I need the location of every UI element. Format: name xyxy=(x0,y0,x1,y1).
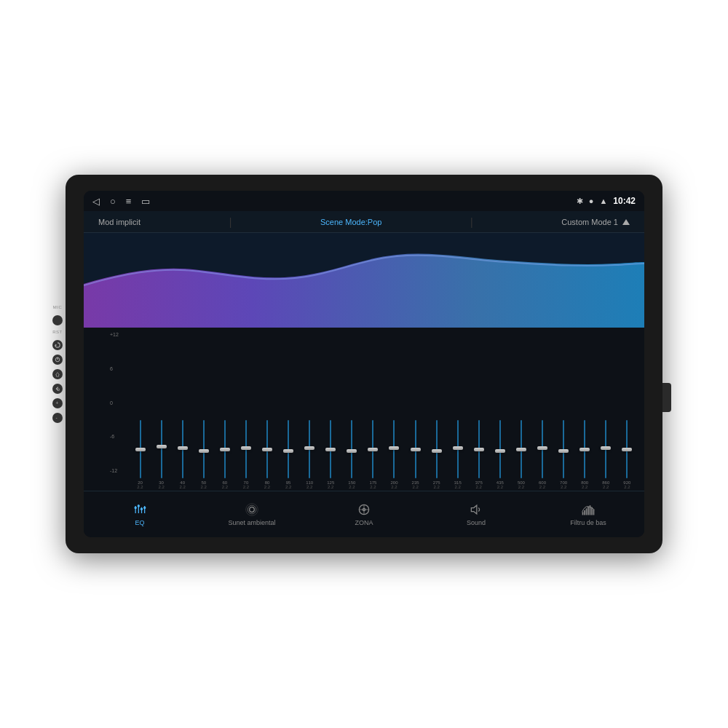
eq-band-800[interactable]: 8002.2 xyxy=(575,420,595,489)
eq-band-50[interactable]: 502.2 xyxy=(194,420,213,489)
back-side-button[interactable] xyxy=(52,384,63,394)
slider-handle-150[interactable] xyxy=(347,449,357,453)
vol-up-button[interactable]: + xyxy=(52,398,63,408)
slider-handle-175[interactable] xyxy=(368,448,378,451)
mode-bar: Mod implicit | Scene Mode:Pop | Custom M… xyxy=(84,211,644,233)
slider-handle-800[interactable] xyxy=(579,448,590,451)
slider-handle-315[interactable] xyxy=(453,446,463,450)
slider-handle-235[interactable] xyxy=(411,448,421,451)
eq-band-700[interactable]: 7002.2 xyxy=(554,420,574,489)
slider-handle-500[interactable] xyxy=(516,448,526,451)
vol-down-button[interactable]: - xyxy=(52,413,63,423)
svg-point-11 xyxy=(138,505,140,507)
band-q-label-110: 2.2 xyxy=(306,485,312,489)
mic-label: MIC xyxy=(53,305,63,309)
band-q-label-80: 2.2 xyxy=(264,485,270,489)
slider-handle-125[interactable] xyxy=(325,448,336,451)
band-q-label-500: 2.2 xyxy=(518,485,524,489)
eq-band-200[interactable]: 2002.2 xyxy=(384,420,404,489)
slider-handle-860[interactable] xyxy=(601,446,611,450)
slider-handle-40[interactable] xyxy=(178,446,188,450)
slider-handle-60[interactable] xyxy=(220,448,230,451)
slider-handle-600[interactable] xyxy=(537,446,547,450)
eq-band-435[interactable]: 4352.2 xyxy=(490,420,510,489)
band-q-label-435: 2.2 xyxy=(497,485,503,489)
eq-band-600[interactable]: 6002.2 xyxy=(532,420,552,489)
slider-handle-50[interactable] xyxy=(199,449,209,453)
eq-band-500[interactable]: 5002.2 xyxy=(511,420,531,489)
device: MIC RST + - ◁ ○ ≡ ▭ xyxy=(66,175,662,553)
nav-icons: ◁ ○ ≡ ▭ xyxy=(92,196,150,207)
rst-button[interactable] xyxy=(52,340,63,350)
tab-sound[interactable]: Sound xyxy=(420,502,532,526)
eq-band-275[interactable]: 2752.2 xyxy=(427,420,446,489)
eq-band-175[interactable]: 1752.2 xyxy=(363,420,383,489)
eq-band-30[interactable]: 302.2 xyxy=(151,420,171,489)
home-nav-icon[interactable]: ○ xyxy=(110,196,116,207)
svg-text:+: + xyxy=(56,400,59,405)
rst-label: RST xyxy=(52,330,63,334)
menu-nav-icon[interactable]: ≡ xyxy=(126,196,132,207)
tab-filtru-de-bas[interactable]: Filtru de bas xyxy=(532,502,644,526)
slider-handle-275[interactable] xyxy=(432,449,442,453)
eq-band-920[interactable]: 9202.2 xyxy=(617,420,637,489)
eq-band-110[interactable]: 1102.2 xyxy=(300,420,320,489)
mic-button[interactable] xyxy=(52,315,63,325)
slider-handle-110[interactable] xyxy=(304,446,314,450)
svg-point-14 xyxy=(250,507,255,513)
time-display: 10:42 xyxy=(613,196,636,206)
eq-band-235[interactable]: 2352.2 xyxy=(405,420,425,489)
slider-handle-700[interactable] xyxy=(558,449,569,453)
slider-handle-30[interactable] xyxy=(157,445,167,448)
scene-mode[interactable]: Scene Mode:Pop xyxy=(320,218,381,226)
eq-band-150[interactable]: 1502.2 xyxy=(342,420,362,489)
eq-band-70[interactable]: 702.2 xyxy=(236,420,256,489)
eq-band-60[interactable]: 602.2 xyxy=(215,420,234,489)
custom-mode-container[interactable]: Custom Mode 1 xyxy=(561,218,630,226)
eq-band-95[interactable]: 952.2 xyxy=(279,420,298,489)
back-nav-icon[interactable]: ◁ xyxy=(92,196,100,207)
location-icon: ● xyxy=(589,197,594,205)
svg-marker-0 xyxy=(55,344,57,346)
slider-handle-200[interactable] xyxy=(389,446,399,450)
band-q-label-860: 2.2 xyxy=(603,485,609,489)
band-q-label-315: 2.2 xyxy=(455,485,461,489)
band-q-label-275: 2.2 xyxy=(433,485,439,489)
tab-eq[interactable]: EQ xyxy=(84,502,196,526)
status-bar: ◁ ○ ≡ ▭ ✱ ● ▲ 10:42 xyxy=(84,191,644,211)
slider-handle-95[interactable] xyxy=(283,449,293,453)
slider-handle-435[interactable] xyxy=(495,449,505,453)
slider-handle-375[interactable] xyxy=(474,448,484,451)
eq-band-125[interactable]: 1252.2 xyxy=(321,420,341,489)
y-label-neg6: -6 xyxy=(110,434,130,439)
tab-eq-label: EQ xyxy=(135,519,144,526)
tab-zona[interactable]: ZONA xyxy=(308,502,420,526)
svg-point-13 xyxy=(143,507,146,509)
power-button[interactable] xyxy=(52,355,63,365)
eq-icon xyxy=(132,502,147,517)
band-q-label-95: 2.2 xyxy=(285,485,291,489)
slider-handle-20[interactable] xyxy=(135,448,146,451)
slider-handle-80[interactable] xyxy=(262,448,272,451)
tab-sunet-ambiental[interactable]: Sunet ambiental xyxy=(196,502,308,526)
band-q-label-60: 2.2 xyxy=(222,485,228,489)
bottom-nav: EQ Sunet ambiental ZONA xyxy=(84,491,644,537)
home-side-button[interactable] xyxy=(52,369,63,379)
svg-rect-25 xyxy=(587,507,589,515)
separator-1: | xyxy=(229,216,232,228)
eq-band-80[interactable]: 802.2 xyxy=(257,420,277,489)
slider-handle-920[interactable] xyxy=(622,448,632,451)
eq-band-20[interactable]: 202.2 xyxy=(130,420,150,489)
y-label-neg12: -12 xyxy=(110,468,130,473)
eq-band-315[interactable]: 3152.2 xyxy=(448,420,467,489)
eq-band-40[interactable]: 402.2 xyxy=(173,420,192,489)
band-q-label-600: 2.2 xyxy=(539,485,545,489)
eq-band-375[interactable]: 3752.2 xyxy=(469,420,488,489)
eq-band-860[interactable]: 8602.2 xyxy=(596,420,616,489)
band-q-label-125: 2.2 xyxy=(328,485,333,489)
side-plug xyxy=(662,383,671,412)
mode-implicit[interactable]: Mod implicit xyxy=(98,218,141,226)
slider-handle-70[interactable] xyxy=(241,446,251,450)
eq-wave-svg xyxy=(84,233,644,328)
recent-nav-icon[interactable]: ▭ xyxy=(141,196,150,207)
